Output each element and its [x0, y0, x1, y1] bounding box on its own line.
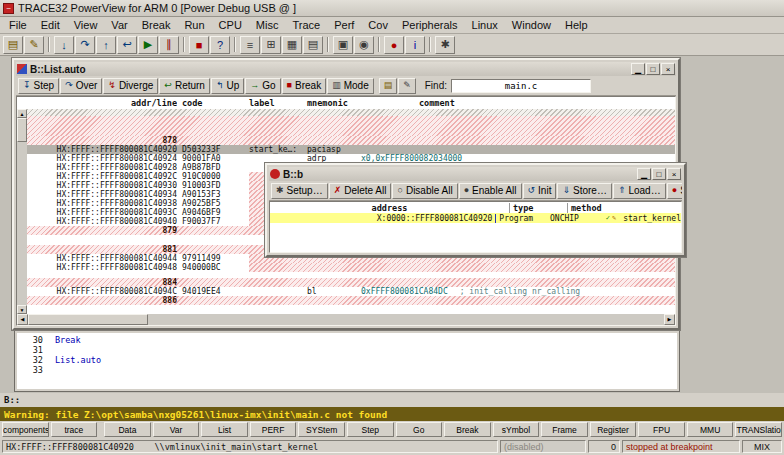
menu-perf[interactable]: Perf — [327, 18, 361, 32]
set-button[interactable]: ●Set… — [667, 183, 682, 199]
script-line[interactable]: 31 — [19, 345, 677, 355]
scroll-right-icon[interactable]: ▶ — [664, 314, 675, 325]
scroll-up-icon[interactable]: ▲ — [17, 109, 27, 118]
minimize-button[interactable]: ▁ — [637, 168, 651, 180]
over-button[interactable]: ↷Over — [60, 78, 102, 94]
store-button[interactable]: ⇓Store… — [557, 183, 611, 199]
asm-row[interactable]: HX:FFFF::FFFF800081C4092490001FA0adrpx0,… — [27, 154, 675, 163]
menu-cov[interactable]: Cov — [361, 18, 395, 32]
source-line-row[interactable]: 886 — [27, 296, 675, 305]
edit-source-icon[interactable]: ✎ — [398, 78, 416, 94]
hscroll-track[interactable] — [28, 314, 664, 325]
script-line[interactable]: 33 — [19, 365, 677, 375]
maximize-button[interactable]: □ — [652, 168, 666, 180]
vertical-scrollbar[interactable]: ▲ ▼ — [17, 109, 27, 314]
find-input[interactable] — [451, 79, 591, 93]
init-button[interactable]: ↺Init — [523, 183, 557, 199]
list-options-icon[interactable]: ▤ — [379, 78, 398, 94]
help-icon[interactable]: ? — [210, 36, 230, 54]
break-icon[interactable]: ■ — [189, 36, 209, 54]
menu-file[interactable]: File — [2, 18, 34, 32]
scroll-down-icon[interactable]: ▼ — [17, 305, 27, 314]
diverge-button[interactable]: ↯Diverge — [103, 78, 158, 94]
mode-button[interactable]: ▥Mode — [327, 78, 374, 94]
step-button[interactable]: ↧Step — [18, 78, 59, 94]
minimize-button[interactable]: ▁ — [631, 63, 645, 75]
horizontal-scrollbar[interactable]: ◀ ▶ — [17, 314, 675, 325]
scroll-left-icon[interactable]: ◀ — [17, 314, 28, 325]
open-script-icon[interactable]: ▤ — [3, 36, 23, 54]
menu-var[interactable]: Var — [104, 18, 134, 32]
softkey-break[interactable]: Break — [444, 422, 491, 437]
menu-view[interactable]: View — [67, 18, 105, 32]
menu-peripherals[interactable]: Peripherals — [395, 18, 465, 32]
softkey-register[interactable]: Register — [590, 422, 637, 437]
softkey-components[interactable]: components — [2, 422, 49, 437]
breakpoints-icon[interactable]: ● — [384, 36, 404, 54]
menu-break[interactable]: Break — [135, 18, 178, 32]
command-input[interactable] — [24, 394, 784, 406]
pc-row[interactable]: HX:FFFF::FFFF800081C40920D503233Fstart_k… — [27, 145, 675, 154]
load-button[interactable]: ⇑Load… — [613, 183, 666, 199]
menu-window[interactable]: Window — [505, 18, 558, 32]
source-line-row[interactable]: 884 — [27, 278, 675, 287]
menu-trace[interactable]: Trace — [285, 18, 327, 32]
softkey-fpu[interactable]: FPU — [638, 422, 685, 437]
softkey-translation[interactable]: TRANSlation — [735, 422, 782, 437]
variable-window-icon[interactable]: ▤ — [303, 36, 323, 54]
breakpoint-window-caption[interactable]: B::b ▁ □ × — [269, 167, 682, 181]
dump-window-icon[interactable]: ⊞ — [261, 36, 281, 54]
breakpoint-row[interactable]: X:0000::FFFF800081C40920 Program ONCHIP … — [270, 213, 681, 223]
up-button[interactable]: ↰Up — [211, 78, 244, 94]
menu-help[interactable]: Help — [558, 18, 595, 32]
step-over-icon[interactable]: ↷ — [75, 36, 95, 54]
softkey-var[interactable]: Var — [153, 422, 200, 437]
step-return-icon[interactable]: ↩ — [117, 36, 137, 54]
softkey-data[interactable]: Data — [104, 422, 151, 437]
hscroll-thumb[interactable] — [28, 314, 148, 325]
go-icon[interactable]: ▶ — [138, 36, 158, 54]
disable-all-button[interactable]: ○Disable All — [392, 183, 457, 199]
softkey-go[interactable]: Go — [396, 422, 443, 437]
trace-list-icon[interactable]: ◉ — [354, 36, 374, 54]
list-window-caption[interactable]: B::List.auto ▁ □ × — [16, 62, 676, 76]
register-window-icon[interactable]: ▦ — [282, 36, 302, 54]
status-mode[interactable]: MIX — [742, 440, 782, 453]
setup-button[interactable]: ✱Setup… — [271, 183, 328, 199]
go-button[interactable]: →Go — [245, 78, 280, 94]
maximize-button[interactable]: □ — [646, 63, 660, 75]
return-button[interactable]: ↩Return — [159, 78, 210, 94]
menu-run[interactable]: Run — [177, 18, 211, 32]
peripherals-icon[interactable]: ▣ — [333, 36, 353, 54]
settings-icon[interactable]: ✱ — [435, 36, 455, 54]
menu-cpu[interactable]: CPU — [212, 18, 249, 32]
enable-all-button[interactable]: ●Enable All — [459, 183, 522, 199]
softkey-step[interactable]: Step — [347, 422, 394, 437]
close-button[interactable]: × — [661, 63, 675, 75]
softkey-mmu[interactable]: MMU — [687, 422, 734, 437]
softkey-symbol[interactable]: sYmbol — [493, 422, 540, 437]
softkey-frame[interactable]: Frame — [541, 422, 588, 437]
info-icon[interactable]: i — [405, 36, 425, 54]
script-line[interactable]: 30Break — [19, 335, 677, 345]
menu-misc[interactable]: Misc — [249, 18, 286, 32]
softkey-perf[interactable]: PERF — [250, 422, 297, 437]
break-button[interactable]: ■Break — [282, 78, 327, 94]
scroll-track[interactable] — [17, 118, 27, 305]
softkey-trace[interactable]: trace — [51, 422, 98, 437]
menu-edit[interactable]: Edit — [34, 18, 67, 32]
softkey-system[interactable]: SYStem — [298, 422, 345, 437]
scroll-thumb[interactable] — [17, 118, 27, 142]
list-window-icon[interactable]: ≡ — [240, 36, 260, 54]
softkey-list[interactable]: List — [201, 422, 248, 437]
step-out-icon[interactable]: ↑ — [96, 36, 116, 54]
asm-row[interactable]: HX:FFFF::FFFF800081C40948940000BC — [27, 263, 675, 272]
menu-linux[interactable]: Linux — [465, 18, 505, 32]
pause-icon[interactable]: ∥ — [159, 36, 179, 54]
edit-script-icon[interactable]: ✎ — [24, 36, 44, 54]
script-line[interactable]: 32List.auto — [19, 355, 677, 365]
step-icon[interactable]: ↓ — [54, 36, 74, 54]
asm-row[interactable]: HX:FFFF::FFFF800081C4094C94019EE4bl0xFFF… — [27, 287, 675, 296]
delete-all-button[interactable]: ✗Delete All — [329, 183, 392, 199]
source-line-row[interactable]: 878 — [27, 136, 675, 145]
